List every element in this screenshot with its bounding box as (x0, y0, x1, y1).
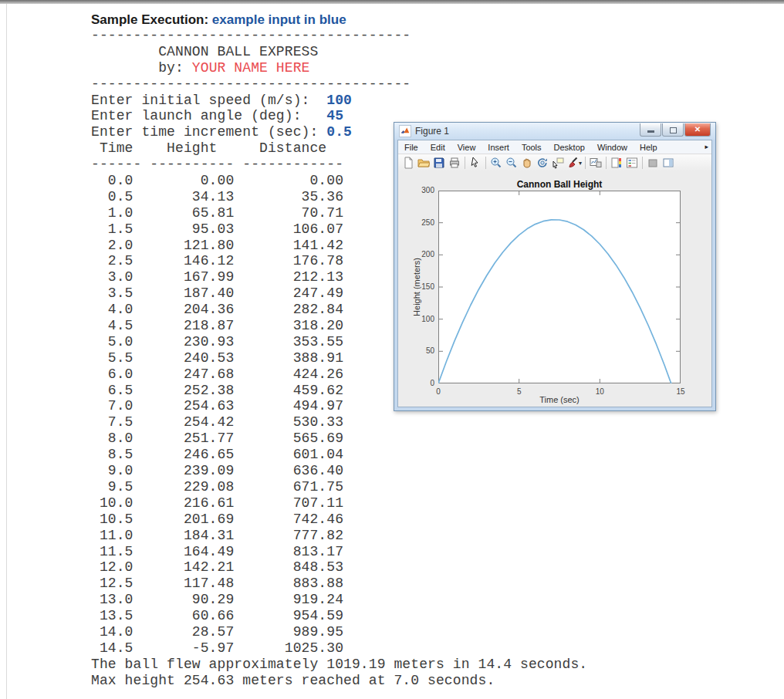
page-top-strip (0, 0, 784, 4)
header-blue-text: example input in blue (208, 12, 346, 27)
y-tick-label: 250 (404, 218, 434, 227)
plot-title: Cannon Ball Height (438, 179, 681, 190)
minimize-button[interactable] (640, 123, 661, 137)
console-line: 9.0 239.09 636.40 (91, 463, 587, 479)
menu-tools[interactable]: Tools (515, 140, 548, 154)
console-line: 12.0 142.21 848.53 (91, 559, 587, 576)
console-line: 14.0 28.57 989.95 (91, 624, 587, 640)
zoom-in-icon[interactable] (488, 156, 504, 170)
figure-canvas: Cannon Ball Height 050100150200250300051… (398, 171, 711, 407)
page-left-edge (6, 4, 7, 699)
toolbar-separator (642, 157, 643, 169)
rotate-3d-icon[interactable] (535, 156, 550, 170)
window-controls: ✕ (639, 123, 711, 137)
console-line: CANNON BALL EXPRESS (91, 44, 587, 60)
figure-window: Figure 1 ✕ FileEditViewInsertToolsDeskto… (394, 122, 716, 411)
figure-toolbar: ▾ (398, 154, 711, 172)
zoom-out-icon[interactable] (504, 156, 519, 170)
show-plot-tools-icon[interactable] (661, 156, 676, 170)
save-icon[interactable] (431, 156, 447, 170)
menu-file[interactable]: File (398, 140, 424, 154)
toolbar-separator (465, 157, 465, 169)
maximize-icon (670, 127, 677, 133)
menu-view[interactable]: View (451, 140, 482, 154)
menu-desktop[interactable]: Desktop (548, 140, 591, 154)
console-line: 12.5 117.48 883.88 (91, 576, 587, 592)
link-plot-icon[interactable] (588, 156, 603, 170)
hide-plot-tools-icon[interactable] (645, 156, 661, 170)
console-line: -------------------------------------- (91, 28, 587, 44)
print-icon[interactable] (447, 156, 462, 170)
x-axis-label: Time (sec) (438, 395, 681, 404)
y-tick-label: 50 (404, 346, 434, 355)
open-folder-icon[interactable] (416, 156, 431, 170)
menu-help[interactable]: Help (634, 140, 664, 154)
console-line: Max height 254.63 meters reached at 7.0 … (91, 673, 587, 689)
console-line: The ball flew approximately 1019.19 mete… (91, 657, 587, 673)
console-line: 8.0 251.77 565.69 (91, 431, 587, 447)
console-line: 8.5 246.65 601.04 (91, 447, 587, 463)
console-line: 11.0 184.31 777.82 (91, 528, 587, 544)
toolbar-separator (585, 157, 586, 169)
cannonball-curve-plot (438, 191, 681, 383)
y-axis-label: Height (meters) (412, 258, 421, 316)
console-line: 10.5 201.69 742.46 (91, 512, 587, 528)
close-button[interactable]: ✕ (684, 123, 711, 137)
figure-frame: FileEditViewInsertToolsDesktopWindowHelp… (397, 140, 712, 407)
console-line: Enter initial speed (m/s): 100 (91, 93, 587, 109)
header-bold-text: Sample Execution: (91, 12, 208, 27)
colorbar-icon[interactable] (609, 156, 624, 170)
figure-titlebar[interactable]: Figure 1 ✕ (394, 123, 715, 140)
console-line: 13.5 60.66 954.59 (91, 608, 587, 624)
console-line: 10.0 216.61 707.11 (91, 495, 587, 512)
toolbar-separator (485, 157, 486, 169)
menu-window[interactable]: Window (591, 140, 634, 154)
console-line: 13.0 90.29 919.24 (91, 592, 587, 608)
menu-edit[interactable]: Edit (424, 140, 451, 154)
new-file-icon[interactable] (400, 156, 416, 170)
figure-window-title: Figure 1 (415, 126, 639, 137)
brush-dropdown-icon[interactable]: ▾ (579, 160, 582, 167)
console-line: 14.5 -5.97 1025.30 (91, 640, 587, 657)
toolbar-separator (606, 157, 607, 169)
y-tick-label: 300 (404, 186, 434, 194)
maximize-button[interactable] (662, 123, 684, 137)
console-line: 7.5 254.42 530.33 (91, 414, 587, 431)
matlab-icon (399, 125, 411, 137)
pan-hand-icon[interactable] (519, 156, 535, 170)
cursor-icon[interactable] (468, 156, 483, 170)
minimize-icon (647, 130, 654, 133)
figure-menubar: FileEditViewInsertToolsDesktopWindowHelp… (398, 140, 711, 154)
data-cursor-icon[interactable] (550, 156, 566, 170)
sample-execution-header: Sample Execution: example input in blue (91, 12, 346, 28)
legend-icon[interactable] (624, 156, 640, 170)
console-line: by: YOUR NAME HERE (91, 60, 587, 76)
plot-axes: 050100150200250300051015 (438, 191, 681, 383)
console-line: -------------------------------------- (91, 76, 587, 93)
console-line: 9.5 229.08 671.75 (91, 479, 587, 495)
y-tick-label: 0 (404, 379, 434, 387)
menu-insert[interactable]: Insert (482, 140, 515, 154)
console-line: 11.5 164.49 813.17 (91, 544, 587, 560)
menu-overflow-icon[interactable]: ▸ (705, 143, 708, 150)
